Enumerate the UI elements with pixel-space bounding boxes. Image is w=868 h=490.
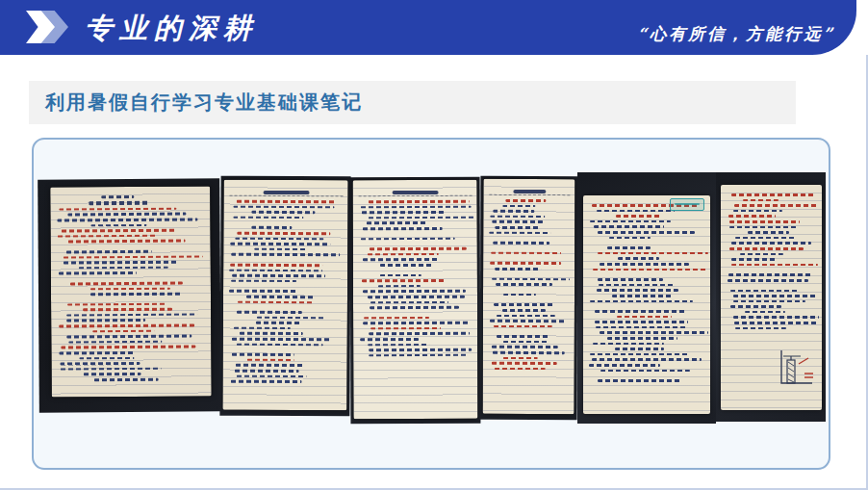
- photo-collage: [38, 172, 826, 424]
- teal-stamp: [670, 198, 704, 211]
- notebook-photo-4: [480, 176, 578, 420]
- slide: 专业的深耕 “心有所信，方能行远” 利用暑假自行学习专业基础课笔记: [0, 0, 868, 490]
- page-heading-rule: [359, 187, 472, 196]
- notes-card: [32, 138, 830, 470]
- notebook-photo-2: [219, 176, 350, 417]
- notebook-page-paper: [222, 180, 347, 411]
- notebook-page-paper: [483, 179, 575, 414]
- subtitle-bar: 利用暑假自行学习专业基础课笔记: [29, 81, 796, 124]
- page-heading-rule: [489, 186, 570, 195]
- notebook-photo-5: [577, 172, 716, 424]
- page-heading-rule: [230, 187, 344, 197]
- notebook-page-paper: [353, 180, 478, 419]
- notebook-photo-3: [350, 177, 481, 424]
- page-title: 专业的深耕: [85, 10, 258, 48]
- double-chevron-icon: [26, 11, 76, 43]
- notebook-page-paper: [50, 186, 212, 397]
- hand-drawn-circuit-diagram: [776, 347, 816, 389]
- notebook-page-paper: [721, 185, 822, 410]
- slide-header: 专业的深耕 “心有所信，方能行远”: [0, 0, 856, 55]
- notebook-page-paper: [583, 195, 710, 414]
- header-quote: “心有所信，方能行远”: [637, 23, 835, 45]
- notebook-photo-6: [716, 172, 826, 422]
- subtitle-text: 利用暑假自行学习专业基础课笔记: [45, 81, 363, 124]
- notebook-photo-1: [38, 178, 221, 412]
